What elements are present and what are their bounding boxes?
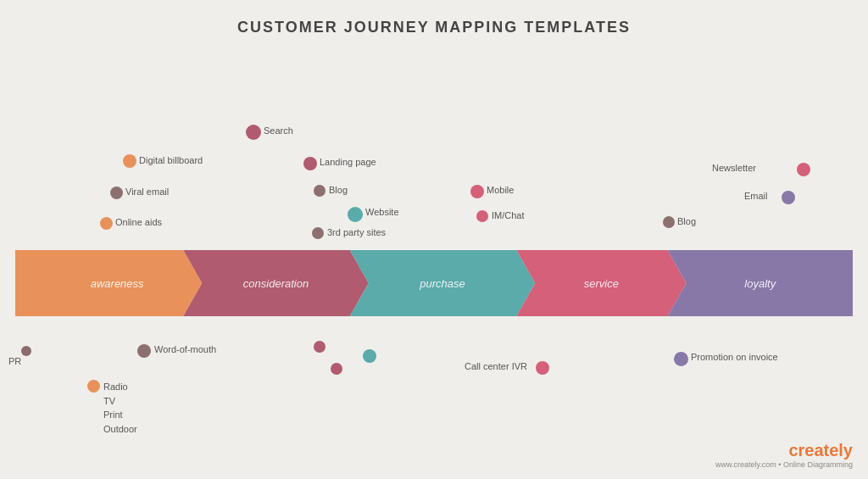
dot-3rd-party xyxy=(312,227,324,239)
label-3rd-party: 3rd party sites xyxy=(327,227,386,237)
branding-title: creately xyxy=(715,441,853,460)
segment-consideration: consideration xyxy=(183,250,368,316)
dot-landing-page xyxy=(303,157,317,170)
label-website: Website xyxy=(365,207,399,217)
segment-loyalty-label: loyalty xyxy=(744,277,776,290)
page-title: CUSTOMER JOURNEY MAPPING TEMPLATES xyxy=(0,0,868,45)
segment-consideration-label: consideration xyxy=(243,277,309,290)
label-newsletter: Newsletter xyxy=(712,163,756,173)
dot-blog-loyalty xyxy=(663,216,675,228)
label-imchat: IM/Chat xyxy=(492,210,525,220)
dot-pr xyxy=(21,346,31,356)
label-search: Search xyxy=(264,125,293,136)
dot-search xyxy=(246,125,261,140)
segment-service: service xyxy=(516,250,686,316)
label-blog-loyalty: Blog xyxy=(677,216,696,226)
dot-blog-consideration xyxy=(314,185,326,197)
branding-subtitle: www.creately.com • Online Diagramming xyxy=(715,460,853,469)
segment-awareness: awareness xyxy=(15,250,202,316)
dot-promotion xyxy=(674,352,688,366)
dot-newsletter xyxy=(797,163,810,176)
dot-word-of-mouth xyxy=(137,344,151,358)
segment-service-label: service xyxy=(584,277,619,290)
label-call-center: Call center IVR xyxy=(465,361,527,371)
label-viral-email: Viral email xyxy=(125,187,169,197)
dot-radio-tv xyxy=(87,380,100,393)
dot-viral-email xyxy=(110,187,123,199)
journey-banner: awareness consideration purchase service… xyxy=(15,250,853,316)
label-digital-billboard: Digital billboard xyxy=(139,155,203,165)
label-mobile: Mobile xyxy=(487,185,514,195)
segment-awareness-label: awareness xyxy=(91,277,144,290)
segment-loyalty: loyalty xyxy=(668,250,853,316)
label-online-aids: Online aids xyxy=(115,217,162,227)
dot-email xyxy=(782,191,795,204)
dot-below-3 xyxy=(331,363,342,375)
segment-purchase-label: purchase xyxy=(420,277,465,290)
dot-online-aids xyxy=(100,217,113,230)
dot-website xyxy=(348,207,363,222)
dot-below-1 xyxy=(314,341,326,353)
label-blog-consideration: Blog xyxy=(329,185,348,195)
main-container: CUSTOMER JOURNEY MAPPING TEMPLATES aware… xyxy=(0,0,868,479)
label-radio-tv: RadioTVPrintOutdoor xyxy=(103,380,137,436)
label-landing-page: Landing page xyxy=(320,157,376,167)
branding: creately www.creately.com • Online Diagr… xyxy=(715,441,853,469)
dot-imchat xyxy=(476,210,488,222)
dot-digital-billboard xyxy=(123,154,136,168)
label-pr: PR xyxy=(8,356,21,366)
segment-purchase: purchase xyxy=(350,250,535,316)
dot-mobile xyxy=(470,185,484,198)
dot-call-center xyxy=(536,361,549,375)
label-promotion: Promotion on invoice xyxy=(691,352,778,362)
label-word-of-mouth: Word-of-mouth xyxy=(154,344,216,354)
dot-below-2 xyxy=(363,349,376,363)
label-email: Email xyxy=(744,191,768,201)
